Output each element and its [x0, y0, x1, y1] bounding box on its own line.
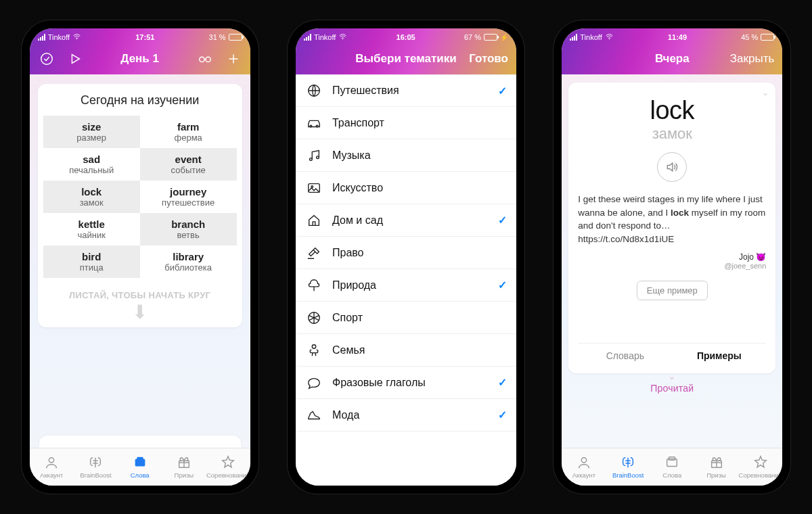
topic-row[interactable]: Музыка	[296, 139, 516, 172]
svg-point-2	[199, 57, 204, 62]
svg-point-19	[581, 458, 586, 463]
word-cell[interactable]: sadпечальный	[43, 148, 140, 181]
tab-brainboost[interactable]: BrainBoost	[606, 448, 650, 486]
topic-row[interactable]: Семья	[296, 334, 516, 367]
translation-label: замок	[578, 125, 766, 143]
phone-mockup-1: Tinkoff 17:51 31 % День 1	[22, 20, 258, 494]
tab-words-label: Слова	[662, 471, 681, 479]
word-cell[interactable]: libraryбиблиотека	[140, 246, 237, 278]
topic-row[interactable]: Спорт	[296, 302, 516, 334]
done-button[interactable]: Готово	[469, 52, 508, 66]
signal-icon	[570, 34, 577, 41]
check-icon: ✓	[498, 408, 507, 421]
carrier-label: Tinkoff	[48, 33, 70, 41]
topic-label: Фразовые глаголы	[332, 377, 426, 389]
tab-competitions[interactable]: Соревнования	[206, 448, 250, 486]
car-icon	[304, 116, 324, 131]
play-icon[interactable]	[66, 50, 84, 68]
card-title: Сегодня на изучении	[43, 93, 237, 108]
tab-words[interactable]: Слова	[650, 448, 694, 486]
word-en: bird	[47, 251, 136, 262]
tab-prizes[interactable]: Призы	[162, 448, 206, 486]
tab-competitions[interactable]: Соревнования	[738, 448, 782, 486]
check-icon: ✓	[498, 85, 507, 97]
next-card-peek[interactable]	[39, 436, 241, 448]
check-icon: ✓	[498, 376, 507, 389]
charging-icon: ⚡	[500, 34, 508, 41]
word-cell[interactable]: kettleчайник	[43, 213, 140, 246]
topic-row[interactable]: Право	[296, 237, 516, 269]
plus-icon[interactable]	[225, 50, 242, 68]
topic-label: Семья	[332, 344, 365, 356]
word-ru: событие	[144, 165, 233, 175]
topic-row[interactable]: Мода ✓	[296, 399, 516, 431]
baby-icon	[304, 343, 324, 358]
shoe-icon	[304, 408, 324, 423]
nav-bar: Вчера Закрыть	[562, 43, 782, 74]
example-text: I get these weird stages in my life wher…	[578, 193, 766, 246]
tab-examples[interactable]: Примеры	[672, 344, 766, 368]
topic-row[interactable]: Транспорт	[296, 107, 516, 139]
tab-prizes[interactable]: Призы	[694, 448, 738, 486]
word-cell[interactable]: sizeразмер	[43, 116, 140, 148]
word-ru: размер	[47, 133, 136, 143]
check-icon: ✓	[498, 279, 507, 291]
svg-point-18	[609, 39, 610, 39]
tab-competitions-label: Соревнования	[739, 471, 782, 479]
topic-label: Транспорт	[332, 117, 384, 129]
word-ru: чайник	[47, 230, 136, 240]
word-cell[interactable]: farmферма	[140, 116, 237, 148]
word-cell[interactable]: eventсобытие	[140, 148, 237, 181]
header-gradient: Tinkoff 11:49 45 % Вчера Закрыть	[562, 28, 782, 74]
close-button[interactable]: Закрыть	[730, 52, 774, 66]
topic-row[interactable]: Искусство	[296, 172, 516, 204]
battery-text: 67 %	[464, 33, 481, 41]
music-icon	[304, 148, 324, 163]
word-grid: sizeразмерfarmфермаsadпечальныйeventсобы…	[43, 116, 237, 278]
tab-account[interactable]: Аккаунт	[30, 448, 74, 486]
tab-words[interactable]: Слова	[118, 448, 162, 486]
speaker-button[interactable]	[657, 152, 687, 182]
tab-prizes-label: Призы	[706, 471, 726, 479]
study-card: Сегодня на изучении sizeразмерfarmфермаs…	[38, 84, 242, 327]
word-ru: ветвь	[144, 230, 233, 240]
wordcard-tabs: Словарь Примеры	[578, 343, 766, 368]
svg-point-0	[76, 39, 77, 39]
tab-dictionary[interactable]: Словарь	[578, 344, 672, 368]
word-cell[interactable]: branchветвь	[140, 213, 237, 246]
topic-row[interactable]: Дом и сад ✓	[296, 204, 516, 237]
word-cell[interactable]: birdптица	[43, 246, 140, 278]
header-gradient: Tinkoff 16:05 67 % ⚡ Выбери тематики Гот…	[296, 28, 516, 74]
arrow-down-icon: ⌄	[568, 373, 775, 379]
screen-1: Tinkoff 17:51 31 % День 1	[30, 28, 250, 486]
tab-brainboost-label: BrainBoost	[80, 471, 111, 479]
tab-account[interactable]: Аккаунт	[562, 448, 606, 486]
svg-rect-6	[137, 457, 143, 461]
topic-row[interactable]: Природа ✓	[296, 269, 516, 302]
header-gradient: Tinkoff 17:51 31 % День 1	[30, 28, 250, 74]
chevron-down-icon[interactable]: ⌄	[762, 88, 769, 97]
word-en: journey	[144, 186, 233, 197]
word-en: size	[47, 121, 136, 133]
svg-point-17	[312, 344, 316, 348]
tab-bar: Аккаунт BrainBoost Слова Призы Соревнова…	[30, 448, 250, 486]
topic-row[interactable]: Фразовые глаголы ✓	[296, 367, 516, 399]
word-ru: ферма	[144, 133, 233, 143]
glasses-icon[interactable]	[196, 50, 214, 68]
word-en: farm	[144, 121, 233, 133]
tree-icon	[304, 278, 324, 293]
screen3-body: ⌄ lock замок I get these weird stages in…	[562, 74, 782, 448]
check-circle-icon[interactable]	[38, 50, 55, 68]
word-cell[interactable]: journeyпутешествие	[140, 181, 237, 213]
topic-label: Искусство	[332, 182, 383, 194]
wifi-icon	[605, 33, 614, 42]
topic-row[interactable]: Путешествия ✓	[296, 74, 516, 107]
tab-brainboost[interactable]: BrainBoost	[74, 448, 118, 486]
status-bar: Tinkoff 11:49 45 %	[562, 28, 782, 43]
topic-list[interactable]: Путешествия ✓ Транспорт Музыка Искусство…	[296, 74, 516, 486]
topic-label: Право	[332, 247, 364, 259]
more-example-button[interactable]: Еще пример	[637, 281, 708, 300]
svg-point-4	[49, 458, 54, 463]
word-cell[interactable]: lockзамок	[43, 181, 140, 213]
swipe-hint: ЛИСТАЙ, ЧТОБЫ НАЧАТЬ КРУГ	[43, 290, 237, 300]
